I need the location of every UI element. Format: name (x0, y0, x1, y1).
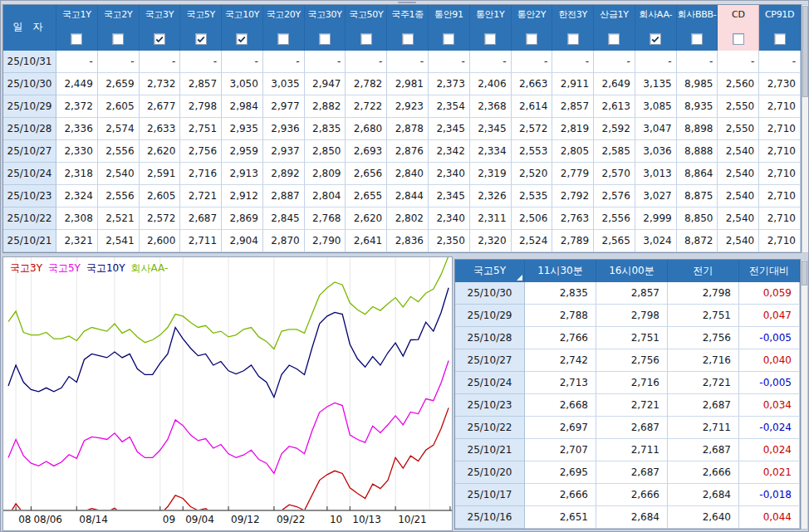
column-checkbox-12[interactable] (526, 33, 537, 45)
yield-cell: 2,324 (56, 185, 98, 207)
column-checkbox-1[interactable] (71, 33, 82, 45)
detail-1130-value: 2,742 (525, 349, 596, 372)
yield-cell: 2,722 (346, 95, 387, 118)
detail-row-date: 25/10/27 (455, 349, 525, 372)
yield-cell: 2,556 (98, 185, 140, 207)
column-header-9[interactable]: 국주1종 (387, 5, 429, 51)
detail-header-5[interactable]: 전기대비 (739, 260, 800, 282)
daily-yield-table: 일 자국고1Y국고2Y국고3Y국고5Y국고10Y국고20Y국고30Y국고50Y국… (3, 5, 801, 252)
column-checkbox-8[interactable] (360, 33, 372, 45)
column-checkbox-16[interactable] (691, 33, 703, 45)
yield-cell: - (552, 51, 594, 73)
column-checkbox-15[interactable] (650, 33, 661, 45)
detail-1600-value: 2,716 (596, 372, 668, 394)
column-header-7[interactable]: 국고30Y (305, 5, 346, 51)
yield-cell: 2,782 (346, 73, 387, 95)
yield-cell: 3,035 (263, 73, 305, 95)
column-header-13[interactable]: 한전3Y (552, 5, 594, 51)
detail-prev-value: 2,756 (668, 327, 739, 349)
yield-cell: 2,565 (594, 230, 635, 252)
detail-header-4[interactable]: 전기 (668, 260, 739, 282)
column-header-8[interactable]: 국고50Y (346, 5, 387, 51)
column-header-3[interactable]: 국고3Y (140, 5, 181, 51)
yield-cell: - (635, 51, 677, 73)
detail-prev-value: 2,640 (668, 506, 739, 529)
top-table-scrollbar[interactable] (802, 4, 809, 253)
column-header-5[interactable]: 국고10Y (222, 5, 263, 51)
row-date: 25/10/22 (3, 207, 56, 230)
column-label: 산금1Y (600, 9, 629, 20)
yield-cell: 2,550 (718, 118, 759, 140)
column-checkbox-18[interactable] (774, 33, 786, 45)
yield-cell: 2,614 (512, 95, 553, 118)
detail-1130-value: 2,651 (525, 506, 596, 529)
column-header-11[interactable]: 통안1Y (470, 5, 512, 51)
yield-cell: 2,711 (180, 230, 222, 252)
yield-cell: - (759, 51, 801, 73)
right-table-scrollbar[interactable] (801, 259, 808, 530)
column-header-2[interactable]: 국고2Y (98, 5, 140, 51)
ktb5y-detail-panel: 국고5Y11시30분16시00분전기전기대비25/10/302,8352,857… (454, 259, 801, 530)
column-checkbox-11[interactable] (484, 33, 496, 45)
detail-header-2[interactable]: 11시30분 (525, 260, 596, 282)
column-label: 국고5Y (186, 9, 215, 20)
column-header-1[interactable]: 국고1Y (56, 5, 98, 51)
column-header-16[interactable]: 회사BBB- (677, 5, 718, 51)
column-label: 한전3Y (558, 9, 587, 20)
column-checkbox-14[interactable] (608, 33, 620, 45)
yield-cell: 2,805 (552, 140, 594, 163)
column-checkbox-7[interactable] (319, 33, 331, 45)
yield-cell: 2,937 (263, 140, 305, 163)
checkmark-icon (197, 36, 205, 43)
x-axis-label: 08 (18, 514, 31, 525)
column-checkbox-9[interactable] (402, 33, 414, 45)
detail-1130-value: 2,707 (525, 439, 596, 461)
detail-prev-value: 2,798 (668, 282, 739, 305)
column-header-18[interactable]: CP91D (759, 5, 801, 51)
yield-cell: 2,655 (346, 185, 387, 207)
column-checkbox-2[interactable] (112, 33, 124, 45)
detail-header-3[interactable]: 16시00분 (596, 260, 668, 282)
yield-cell: 2,710 (759, 95, 801, 118)
yield-cell: 3,085 (635, 95, 677, 118)
detail-row-date: 25/10/20 (455, 461, 525, 484)
yield-cell: 2,524 (512, 230, 553, 252)
scrollbar-thumb[interactable] (802, 261, 807, 286)
column-header-17[interactable]: CD (718, 5, 759, 51)
yield-cell: 2,406 (470, 73, 512, 95)
detail-1600-value: 2,711 (596, 439, 668, 461)
legend-item: 국고3Y (10, 262, 42, 274)
scrollbar-thumb[interactable] (802, 6, 808, 97)
yield-cell: 2,835 (305, 118, 346, 140)
column-checkbox-13[interactable] (567, 33, 579, 45)
column-header-10[interactable]: 통안91 (429, 5, 470, 51)
yield-cell: 2,556 (594, 207, 635, 230)
yield-cell: 2,804 (305, 185, 346, 207)
detail-1600-value: 2,857 (596, 282, 668, 305)
yield-cell: 2,372 (56, 95, 98, 118)
column-header-15[interactable]: 회사AA- (635, 5, 677, 51)
yield-cell: 2,844 (387, 185, 429, 207)
column-header-14[interactable]: 산금1Y (594, 5, 635, 51)
column-checkbox-5[interactable] (236, 33, 248, 45)
column-checkbox-3[interactable] (154, 33, 165, 45)
yield-line-chart: 0808/0608/140909/0409/1209/221010/1310/2… (3, 257, 452, 530)
column-checkbox-6[interactable] (277, 33, 289, 45)
detail-prev-value: 2,684 (668, 484, 739, 506)
column-header-4[interactable]: 국고5Y (180, 5, 222, 51)
column-checkbox-4[interactable] (195, 33, 207, 45)
column-header-12[interactable]: 통안2Y (512, 5, 553, 51)
detail-header-1[interactable]: 국고5Y (455, 260, 525, 282)
yield-cell: - (512, 51, 553, 73)
yield-cell: 8,875 (677, 185, 718, 207)
detail-1600-value: 2,721 (596, 394, 668, 417)
date-column-header[interactable]: 일 자 (3, 5, 56, 51)
column-label: 통안1Y (476, 9, 505, 20)
yield-cell: 2,779 (552, 163, 594, 185)
yield-cell: 2,870 (263, 230, 305, 252)
column-checkbox-10[interactable] (443, 33, 454, 45)
row-date: 25/10/23 (3, 185, 56, 207)
column-checkbox-17[interactable] (733, 33, 744, 45)
column-header-6[interactable]: 국고20Y (263, 5, 305, 51)
detail-1130-value: 2,766 (525, 327, 596, 349)
